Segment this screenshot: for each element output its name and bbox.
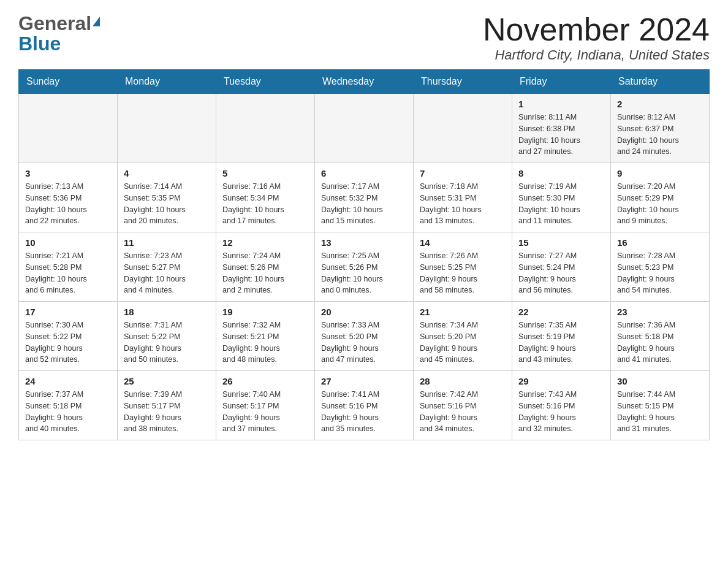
day-number: 15	[518, 237, 604, 248]
calendar-week-row: 10Sunrise: 7:21 AMSunset: 5:28 PMDayligh…	[19, 232, 710, 302]
day-number: 9	[617, 168, 703, 178]
day-number: 2	[617, 99, 703, 109]
day-number: 18	[124, 307, 210, 317]
day-info: Sunrise: 7:44 AMSunset: 5:15 PMDaylight:…	[617, 389, 703, 435]
day-info: Sunrise: 7:31 AMSunset: 5:22 PMDaylight:…	[124, 320, 210, 366]
day-number: 17	[25, 307, 111, 317]
day-info: Sunrise: 7:27 AMSunset: 5:24 PMDaylight:…	[518, 250, 604, 296]
table-row: 17Sunrise: 7:30 AMSunset: 5:22 PMDayligh…	[19, 302, 118, 371]
table-row	[315, 94, 414, 163]
title-section: November 2024 Hartford City, Indiana, Un…	[483, 12, 710, 63]
day-info: Sunrise: 7:41 AMSunset: 5:16 PMDaylight:…	[321, 389, 407, 435]
day-number: 12	[222, 237, 308, 248]
table-row: 13Sunrise: 7:25 AMSunset: 5:26 PMDayligh…	[315, 232, 414, 302]
day-info: Sunrise: 7:21 AMSunset: 5:28 PMDaylight:…	[25, 250, 111, 296]
table-row	[118, 94, 216, 163]
table-row: 18Sunrise: 7:31 AMSunset: 5:22 PMDayligh…	[118, 302, 216, 371]
table-row: 28Sunrise: 7:42 AMSunset: 5:16 PMDayligh…	[414, 371, 512, 440]
day-info: Sunrise: 7:40 AMSunset: 5:17 PMDaylight:…	[222, 389, 308, 435]
day-number: 20	[321, 307, 407, 317]
day-number: 1	[518, 99, 604, 109]
day-info: Sunrise: 7:39 AMSunset: 5:17 PMDaylight:…	[124, 389, 210, 435]
day-number: 25	[124, 376, 210, 386]
table-row: 30Sunrise: 7:44 AMSunset: 5:15 PMDayligh…	[611, 371, 710, 440]
day-info: Sunrise: 7:14 AMSunset: 5:35 PMDaylight:…	[124, 181, 210, 227]
logo-arrow-icon	[93, 17, 100, 26]
table-row	[216, 94, 315, 163]
table-row	[19, 94, 118, 163]
day-number: 5	[222, 168, 308, 178]
day-number: 13	[321, 237, 407, 248]
table-row: 21Sunrise: 7:34 AMSunset: 5:20 PMDayligh…	[414, 302, 512, 371]
table-row: 22Sunrise: 7:35 AMSunset: 5:19 PMDayligh…	[512, 302, 611, 371]
table-row	[414, 94, 512, 163]
col-thursday: Thursday	[414, 70, 512, 94]
logo-general: General	[18, 12, 91, 35]
page-header: General Blue November 2024 Hartford City…	[18, 12, 710, 63]
logo-blue: Blue	[18, 33, 61, 55]
table-row: 20Sunrise: 7:33 AMSunset: 5:20 PMDayligh…	[315, 302, 414, 371]
day-info: Sunrise: 8:11 AMSunset: 6:38 PMDaylight:…	[518, 112, 604, 158]
day-info: Sunrise: 7:30 AMSunset: 5:22 PMDaylight:…	[25, 320, 111, 366]
day-number: 14	[420, 237, 506, 248]
logo: General Blue	[18, 12, 100, 55]
day-info: Sunrise: 7:36 AMSunset: 5:18 PMDaylight:…	[617, 320, 703, 366]
day-number: 16	[617, 237, 703, 248]
calendar-week-row: 17Sunrise: 7:30 AMSunset: 5:22 PMDayligh…	[19, 302, 710, 371]
day-info: Sunrise: 7:16 AMSunset: 5:34 PMDaylight:…	[222, 181, 308, 227]
day-number: 27	[321, 376, 407, 386]
table-row: 2Sunrise: 8:12 AMSunset: 6:37 PMDaylight…	[611, 94, 710, 163]
col-wednesday: Wednesday	[315, 70, 414, 94]
day-number: 4	[124, 168, 210, 178]
day-number: 22	[518, 307, 604, 317]
col-tuesday: Tuesday	[216, 70, 315, 94]
day-number: 30	[617, 376, 703, 386]
table-row: 7Sunrise: 7:18 AMSunset: 5:31 PMDaylight…	[414, 163, 512, 232]
day-info: Sunrise: 7:20 AMSunset: 5:29 PMDaylight:…	[617, 181, 703, 227]
calendar-table: Sunday Monday Tuesday Wednesday Thursday…	[18, 69, 710, 440]
day-info: Sunrise: 7:26 AMSunset: 5:25 PMDaylight:…	[420, 250, 506, 296]
table-row: 12Sunrise: 7:24 AMSunset: 5:26 PMDayligh…	[216, 232, 315, 302]
table-row: 3Sunrise: 7:13 AMSunset: 5:36 PMDaylight…	[19, 163, 118, 232]
day-info: Sunrise: 7:18 AMSunset: 5:31 PMDaylight:…	[420, 181, 506, 227]
table-row: 5Sunrise: 7:16 AMSunset: 5:34 PMDaylight…	[216, 163, 315, 232]
table-row: 23Sunrise: 7:36 AMSunset: 5:18 PMDayligh…	[611, 302, 710, 371]
day-info: Sunrise: 7:34 AMSunset: 5:20 PMDaylight:…	[420, 320, 506, 366]
day-info: Sunrise: 7:25 AMSunset: 5:26 PMDaylight:…	[321, 250, 407, 296]
table-row: 26Sunrise: 7:40 AMSunset: 5:17 PMDayligh…	[216, 371, 315, 440]
col-monday: Monday	[118, 70, 216, 94]
month-title: November 2024	[483, 12, 710, 47]
day-number: 26	[222, 376, 308, 386]
table-row: 15Sunrise: 7:27 AMSunset: 5:24 PMDayligh…	[512, 232, 611, 302]
table-row: 16Sunrise: 7:28 AMSunset: 5:23 PMDayligh…	[611, 232, 710, 302]
day-info: Sunrise: 7:24 AMSunset: 5:26 PMDaylight:…	[222, 250, 308, 296]
day-info: Sunrise: 7:37 AMSunset: 5:18 PMDaylight:…	[25, 389, 111, 435]
table-row: 9Sunrise: 7:20 AMSunset: 5:29 PMDaylight…	[611, 163, 710, 232]
day-number: 21	[420, 307, 506, 317]
day-number: 29	[518, 376, 604, 386]
table-row: 8Sunrise: 7:19 AMSunset: 5:30 PMDaylight…	[512, 163, 611, 232]
table-row: 19Sunrise: 7:32 AMSunset: 5:21 PMDayligh…	[216, 302, 315, 371]
day-number: 3	[25, 168, 111, 178]
day-number: 24	[25, 376, 111, 386]
table-row: 29Sunrise: 7:43 AMSunset: 5:16 PMDayligh…	[512, 371, 611, 440]
location-subtitle: Hartford City, Indiana, United States	[483, 47, 710, 63]
day-number: 8	[518, 168, 604, 178]
day-info: Sunrise: 7:19 AMSunset: 5:30 PMDaylight:…	[518, 181, 604, 227]
day-info: Sunrise: 7:42 AMSunset: 5:16 PMDaylight:…	[420, 389, 506, 435]
day-info: Sunrise: 7:17 AMSunset: 5:32 PMDaylight:…	[321, 181, 407, 227]
day-number: 23	[617, 307, 703, 317]
table-row: 24Sunrise: 7:37 AMSunset: 5:18 PMDayligh…	[19, 371, 118, 440]
day-number: 6	[321, 168, 407, 178]
table-row: 14Sunrise: 7:26 AMSunset: 5:25 PMDayligh…	[414, 232, 512, 302]
table-row: 1Sunrise: 8:11 AMSunset: 6:38 PMDaylight…	[512, 94, 611, 163]
table-row: 4Sunrise: 7:14 AMSunset: 5:35 PMDaylight…	[118, 163, 216, 232]
table-row: 25Sunrise: 7:39 AMSunset: 5:17 PMDayligh…	[118, 371, 216, 440]
day-number: 10	[25, 237, 111, 248]
day-info: Sunrise: 7:32 AMSunset: 5:21 PMDaylight:…	[222, 320, 308, 366]
col-friday: Friday	[512, 70, 611, 94]
table-row: 6Sunrise: 7:17 AMSunset: 5:32 PMDaylight…	[315, 163, 414, 232]
calendar-week-row: 1Sunrise: 8:11 AMSunset: 6:38 PMDaylight…	[19, 94, 710, 163]
calendar-week-row: 24Sunrise: 7:37 AMSunset: 5:18 PMDayligh…	[19, 371, 710, 440]
day-number: 7	[420, 168, 506, 178]
